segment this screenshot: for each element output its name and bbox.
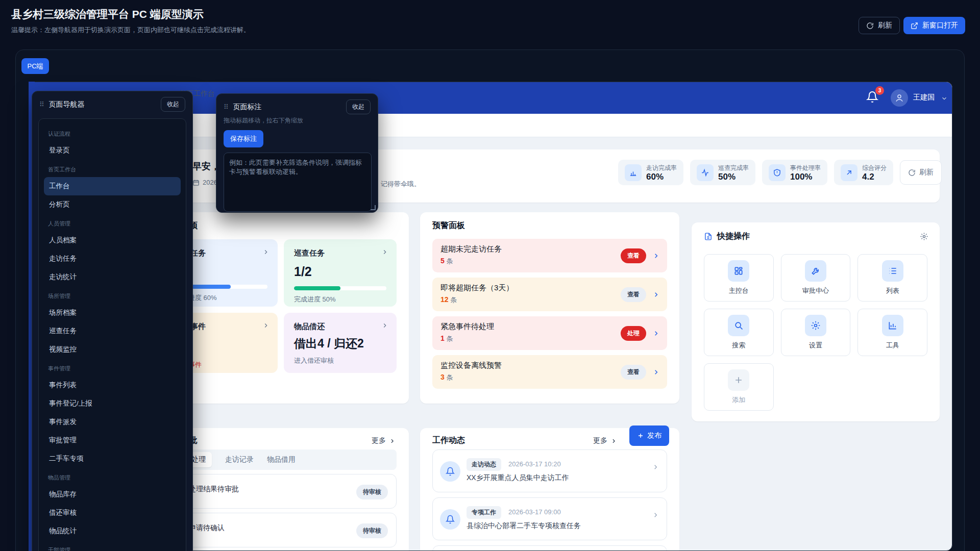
nav-item-visit-stats[interactable]: 走访统计 (44, 268, 181, 286)
more-label: 更多 (593, 436, 607, 445)
notification-count-badge: 3 (875, 86, 884, 95)
alert-unit: 条 (447, 335, 453, 342)
gear-icon[interactable] (920, 232, 928, 241)
status-badge: 待审核 (356, 485, 388, 499)
nav-section-label: 事件管理 (48, 365, 177, 372)
drag-handle-icon[interactable]: ⠿ (39, 101, 44, 108)
tab-item-borrow[interactable]: 物品借用 (267, 455, 296, 464)
approvals-more-link[interactable]: 更多 (372, 436, 396, 445)
nav-item-borrow-review[interactable]: 借还审核 (44, 504, 181, 522)
nav-item-video-monitor[interactable]: 视频监控 (44, 340, 181, 359)
approval-item[interactable]: 派发申请待确认 待审核 (165, 513, 397, 547)
refresh-button[interactable]: 刷新 (859, 17, 900, 34)
chevron-down-icon[interactable] (941, 95, 948, 102)
more-label: 更多 (372, 436, 386, 445)
user-name[interactable]: 王建国 (913, 93, 935, 102)
alert-row[interactable]: 即将超期任务（3天） 12 条 查看 (432, 278, 667, 311)
nav-item-item-stats[interactable]: 物品统计 (44, 522, 181, 540)
task-card-items[interactable]: 物品借还 借出4 / 归还2 进入借还审核 (284, 313, 397, 373)
chevron-right-icon (652, 511, 659, 519)
drag-handle-icon[interactable]: ⠿ (224, 103, 229, 111)
nav-item-inventory[interactable]: 物品库存 (44, 485, 181, 504)
feed-more-link[interactable]: 更多 (593, 436, 617, 445)
chevron-right-icon[interactable] (652, 291, 660, 298)
refresh-label: 刷新 (878, 21, 892, 30)
stat-value: 50% (718, 172, 736, 182)
alert-count: 5 (440, 257, 445, 265)
nav-item-personnel-files[interactable]: 人员档案 (44, 231, 181, 249)
task-card-title: 巡查任务 (294, 248, 386, 258)
nav-item-usedcar-special[interactable]: 二手车专项 (44, 449, 181, 468)
alert-unit: 条 (450, 296, 457, 304)
chevron-right-icon[interactable] (652, 330, 660, 337)
nav-item-event-list[interactable]: 事件列表 (44, 376, 181, 394)
quick-action-dashboard[interactable]: 主控台 (704, 254, 774, 302)
nav-item-analysis[interactable]: 分析页 (44, 195, 181, 214)
quick-action-label: 添加 (732, 395, 745, 405)
stat-label: 事件处理率 (790, 164, 821, 171)
publish-button[interactable]: 发布 (629, 425, 669, 446)
stat-value: 60% (646, 172, 664, 182)
publish-label: 发布 (647, 431, 662, 440)
task-progress-label: 完成进度 50% (294, 295, 386, 304)
chevron-right-icon[interactable] (652, 368, 660, 376)
feed-title: 工作动态 (432, 435, 465, 446)
chevron-right-icon (389, 438, 396, 444)
alert-action-button[interactable]: 查看 (621, 287, 646, 302)
feed-item-title: XX乡开展重点人员集中走访工作 (467, 473, 569, 483)
task-card-sub: 进入借还审核 (294, 356, 386, 365)
nav-item-approval-mgmt[interactable]: 审批管理 (44, 431, 181, 449)
user-avatar[interactable] (891, 89, 908, 107)
quick-action-settings[interactable]: 设置 (781, 309, 851, 356)
page-subtitle: 温馨提示：左侧导航器用于切换演示页面，页面内部也可继续点击完成流程讲解。 (11, 26, 250, 35)
navigator-collapse-button[interactable]: 收起 (161, 97, 185, 112)
approval-item[interactable]: 事件处理结果待审批 待审核 (165, 474, 397, 509)
chevron-right-icon (381, 322, 388, 329)
alert-action-button[interactable]: 处理 (621, 326, 646, 341)
chevron-right-icon (652, 463, 659, 471)
alert-row[interactable]: 监控设备离线预警 3 条 查看 (432, 355, 667, 389)
gear-icon (805, 315, 826, 336)
feed-item[interactable]: 走访动态 2026-03-17 10:20 XX乡开展重点人员集中走访工作 (432, 449, 667, 492)
quick-actions-card: 快捷操作 主控台 审批中心 列表 (692, 222, 940, 421)
page-navigator-panel: ⠿ 页面导航器 收起 认证流程 登录页 首页工作台 工作台 分析页 人员管理 人… (32, 91, 193, 551)
resize-handle[interactable] (371, 205, 376, 210)
stats-row: 走访完成率 60% 巡查完成率 50% 事件处理率 100% 综合评分 4.2 (618, 160, 942, 185)
annotation-collapse-button[interactable]: 收起 (346, 99, 371, 114)
alert-action-button[interactable]: 查看 (621, 365, 646, 380)
nav-item-visit-tasks[interactable]: 走访任务 (44, 249, 181, 268)
save-annotation-button[interactable]: 保存标注 (224, 130, 263, 147)
task-card-patrol[interactable]: 巡查任务 1/2 完成进度 50% (284, 239, 397, 307)
nav-item-workbench[interactable]: 工作台 (44, 177, 181, 195)
chevron-right-icon[interactable] (652, 252, 660, 260)
quick-action-approval-center[interactable]: 审批中心 (781, 254, 851, 302)
annotation-textarea[interactable] (224, 153, 372, 212)
tab-visit-records[interactable]: 走访记录 (225, 455, 254, 464)
approvals-tabs: 事件处理 走访记录 物品借用 (165, 449, 397, 470)
stat-event-rate: 事件处理率 100% (762, 160, 827, 185)
alert-row[interactable]: 紧急事件待处理 1 条 处理 (432, 316, 667, 350)
stat-value: 4.2 (862, 172, 874, 182)
quick-action-search[interactable]: 搜索 (704, 309, 774, 356)
quick-action-list[interactable]: 列表 (857, 254, 927, 302)
nav-section-label: 干部管理 (48, 546, 177, 551)
nav-item-venue-files[interactable]: 场所档案 (44, 304, 181, 322)
quick-action-add[interactable]: 添加 (704, 363, 774, 411)
nav-item-patrol-tasks[interactable]: 巡查任务 (44, 322, 181, 340)
stat-value: 100% (790, 172, 812, 182)
task-card-value: 1/2 (294, 264, 386, 279)
alert-row[interactable]: 超期未完走访任务 5 条 查看 (432, 239, 667, 272)
feed-item[interactable] (432, 545, 667, 551)
stats-refresh-button[interactable]: 刷新 (900, 160, 942, 185)
device-badge[interactable]: PC端 (21, 58, 49, 74)
nav-item-login[interactable]: 登录页 (44, 141, 181, 160)
annotation-hint: 拖动标题移动，拉右下角缩放 (216, 116, 378, 125)
stat-patrol-rate: 巡查完成率 50% (690, 160, 755, 185)
alert-action-button[interactable]: 查看 (621, 248, 646, 263)
open-new-window-button[interactable]: 新窗口打开 (903, 17, 965, 34)
nav-item-event-report[interactable]: 事件登记/上报 (44, 394, 181, 413)
quick-action-tools[interactable]: 工具 (857, 309, 927, 356)
feed-item[interactable]: 专项工作 2026-03-17 09:00 县综治中心部署二手车专项核查任务 (432, 497, 667, 540)
stat-label: 综合评分 (862, 164, 887, 171)
nav-item-event-dispatch[interactable]: 事件派发 (44, 413, 181, 431)
